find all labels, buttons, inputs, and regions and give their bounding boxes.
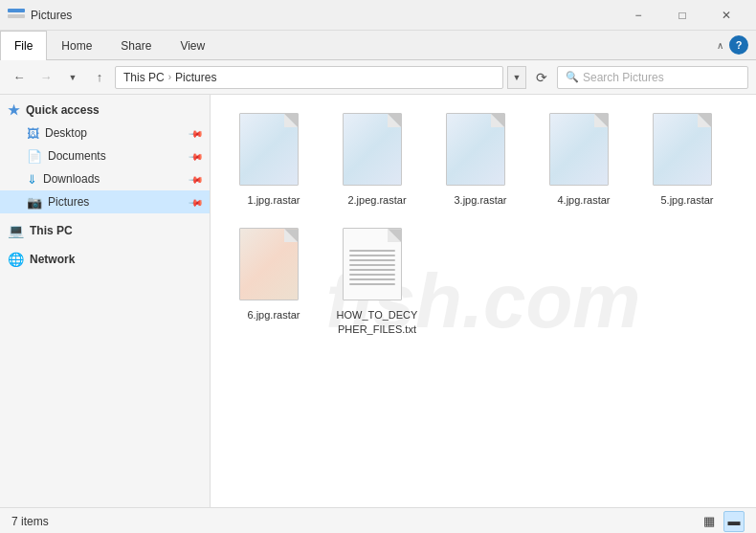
downloads-icon: ⇓: [27, 172, 37, 187]
file-name: 2.jpeg.rastar: [347, 193, 406, 207]
file-grid: 1.jpg.rastar 2.jpeg.rastar 3.jpg.rastar: [226, 106, 741, 343]
file-icon-wrapper: [549, 113, 618, 189]
sidebar-item-quick-access[interactable]: ★ Quick access: [0, 99, 210, 122]
tab-home[interactable]: Home: [47, 31, 106, 60]
file-name: 6.jpg.rastar: [247, 308, 300, 322]
large-icons-view-button[interactable]: ▦: [699, 511, 720, 532]
file-thumbnail: [239, 113, 299, 186]
help-button[interactable]: ?: [729, 35, 748, 55]
sidebar-item-desktop[interactable]: 🖼 Desktop 📌: [0, 122, 210, 144]
file-thumbnail: [343, 113, 402, 186]
file-icon-wrapper: [343, 113, 411, 189]
forward-button[interactable]: →: [34, 66, 57, 89]
star-icon: ★: [8, 102, 20, 118]
network-icon: 🌐: [8, 252, 24, 267]
list-item[interactable]: 4.jpg.rastar: [536, 106, 632, 213]
sidebar-item-downloads[interactable]: ⇓ Downloads 📌: [0, 167, 210, 190]
ribbon: File Home Share View ∧ ?: [0, 31, 756, 60]
pin-icon-dl: 📌: [189, 171, 204, 187]
content-area: fish.com 1.jpg.rastar 2.jpeg.rastar: [211, 95, 756, 507]
sidebar-item-network[interactable]: 🌐 Network: [0, 248, 210, 271]
file-icon-wrapper: [343, 228, 411, 304]
view-controls: ▦ ▬: [699, 511, 745, 532]
address-bar: ← → ▼ ↑ This PC › Pictures ▼ ⟳ 🔍 Search …: [0, 60, 756, 95]
tab-file[interactable]: File: [0, 31, 47, 60]
search-icon: 🔍: [566, 71, 579, 83]
file-name: 5.jpg.rastar: [660, 193, 713, 207]
path-separator-1: ›: [168, 72, 171, 82]
file-name: HOW_TO_DECYPHER_FILES.txt: [334, 308, 420, 336]
pictures-icon: 📷: [27, 195, 42, 210]
maximize-button[interactable]: □: [660, 0, 704, 31]
list-item[interactable]: 3.jpg.rastar: [433, 106, 528, 213]
file-name: 4.jpg.rastar: [557, 193, 610, 207]
documents-icon: 📄: [27, 149, 42, 164]
file-icon-wrapper: [446, 113, 515, 189]
pin-icon-pics: 📌: [189, 194, 204, 210]
tab-view[interactable]: View: [166, 31, 219, 60]
recent-locations-button[interactable]: ▼: [61, 66, 84, 89]
path-dropdown[interactable]: ▼: [507, 66, 526, 89]
path-thispc: This PC: [123, 71, 165, 84]
refresh-button[interactable]: ⟳: [530, 66, 553, 89]
status-bar: 7 items ▦ ▬: [0, 507, 756, 533]
main-layout: ★ Quick access 🖼 Desktop 📌 📄 Documents 📌…: [0, 95, 756, 507]
window-controls: − □ ✕: [616, 0, 748, 31]
list-item[interactable]: 6.jpg.rastar: [226, 221, 322, 343]
thispc-icon: 💻: [8, 223, 24, 238]
item-count: 7 items: [11, 515, 49, 528]
desktop-icon: 🖼: [27, 126, 39, 141]
sidebar: ★ Quick access 🖼 Desktop 📌 📄 Documents 📌…: [0, 95, 211, 507]
window-title: Pictures: [31, 9, 616, 22]
ribbon-right: ∧ ?: [717, 31, 756, 59]
file-name: 3.jpg.rastar: [454, 193, 506, 207]
title-bar: Pictures − □ ✕: [0, 0, 756, 31]
search-placeholder: Search Pictures: [583, 71, 664, 84]
list-item[interactable]: HOW_TO_DECYPHER_FILES.txt: [329, 221, 425, 343]
list-item[interactable]: 1.jpg.rastar: [226, 106, 322, 213]
up-button[interactable]: ↑: [88, 66, 111, 89]
address-path[interactable]: This PC › Pictures: [115, 66, 503, 89]
file-icon-wrapper: [239, 228, 308, 304]
close-button[interactable]: ✕: [704, 0, 748, 31]
ribbon-tabs: File Home Share View ∧ ?: [0, 31, 756, 59]
list-item[interactable]: 2.jpeg.rastar: [329, 106, 425, 213]
back-button[interactable]: ←: [8, 66, 31, 89]
app-icon: [8, 9, 25, 22]
sidebar-item-pictures[interactable]: 📷 Pictures 📌: [0, 190, 210, 213]
file-thumbnail: [343, 228, 402, 300]
file-thumbnail: [446, 113, 505, 186]
pin-icon-docs: 📌: [189, 148, 204, 164]
ribbon-collapse-icon[interactable]: ∧: [717, 40, 723, 51]
minimize-button[interactable]: −: [616, 0, 660, 31]
file-icon-wrapper: [653, 113, 722, 189]
file-thumbnail: [549, 113, 609, 186]
file-thumbnail: [653, 113, 712, 186]
path-pictures: Pictures: [175, 71, 216, 84]
sidebar-item-thispc[interactable]: 💻 This PC: [0, 219, 210, 242]
file-thumbnail: [239, 228, 299, 300]
file-name: 1.jpg.rastar: [247, 193, 300, 207]
search-box[interactable]: 🔍 Search Pictures: [557, 66, 748, 89]
details-view-button[interactable]: ▬: [723, 511, 745, 532]
sidebar-item-documents[interactable]: 📄 Documents 📌: [0, 144, 210, 167]
tab-share[interactable]: Share: [106, 31, 166, 60]
pin-icon: 📌: [189, 125, 204, 141]
list-item[interactable]: 5.jpg.rastar: [639, 106, 735, 213]
file-icon-wrapper: [239, 113, 308, 189]
